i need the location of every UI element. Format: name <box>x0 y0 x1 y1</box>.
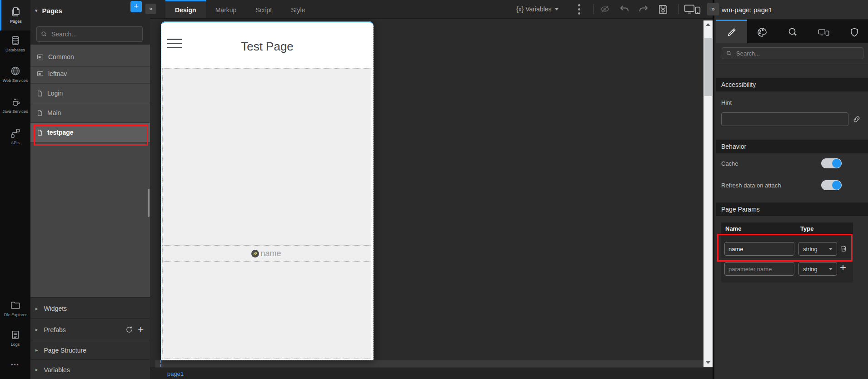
page-item-label: Main <box>47 109 61 116</box>
tab-devices[interactable] <box>808 20 839 43</box>
new-param-name-input[interactable] <box>724 262 794 276</box>
tab-style[interactable]: Style <box>281 0 314 18</box>
canvas-bottom-strip <box>155 360 713 368</box>
rail-item-pages[interactable]: Pages <box>0 0 30 30</box>
caret-right-icon: ▸ <box>35 367 38 373</box>
section-widgets[interactable]: ▸ Widgets <box>30 298 150 319</box>
param-label-widget[interactable]: name <box>162 245 370 262</box>
section-page-params: Page Params <box>716 202 868 216</box>
rail-item-apis[interactable]: APIs <box>0 125 30 148</box>
undo-button[interactable] <box>619 0 630 18</box>
tab-design[interactable]: Design <box>165 0 206 18</box>
add-param-button[interactable]: + <box>840 262 846 273</box>
scroll-down-button[interactable] <box>703 359 713 367</box>
hint-input[interactable] <box>721 112 848 126</box>
bind-property-button[interactable] <box>852 115 861 124</box>
tab-styles[interactable] <box>747 20 778 43</box>
redo-button[interactable] <box>638 0 649 18</box>
top-toolbar: Design Markup Script Style {x} Variables <box>150 0 713 19</box>
device-preview-icon <box>683 3 702 15</box>
page-content-area[interactable]: name <box>162 68 371 359</box>
page-item-login[interactable]: Login <box>30 84 150 103</box>
selection-outline-fragment <box>160 360 162 367</box>
page-icon <box>36 90 43 97</box>
param-name-input[interactable] <box>724 242 794 256</box>
chevron-down-icon <box>555 8 559 10</box>
save-button[interactable] <box>657 0 669 18</box>
page-icon <box>36 109 43 117</box>
rail-item-label: Pages <box>10 19 22 24</box>
java-icon <box>10 96 21 107</box>
trash-icon <box>840 244 848 253</box>
shield-icon <box>849 27 859 37</box>
cache-label: Cache <box>721 160 738 167</box>
rail-item-java-services[interactable]: Java Services <box>0 91 30 119</box>
partial-page-icon <box>36 53 44 61</box>
rail-item-databases[interactable]: Databases <box>0 34 30 54</box>
device-preview-button[interactable] <box>683 0 702 18</box>
caret-right-icon: ▸ <box>35 347 38 353</box>
tab-inspect[interactable] <box>778 20 808 43</box>
refresh-data-label: Refresh data on attach <box>721 182 781 189</box>
variables-dropdown[interactable]: {x} Variables <box>516 0 559 18</box>
wavemaker-studio: Pages Databases Web Services Java Servic… <box>0 0 868 379</box>
refresh-data-toggle[interactable] <box>821 180 842 190</box>
tab-script[interactable]: Script <box>246 0 281 18</box>
expand-panel-button[interactable]: » <box>707 3 719 15</box>
section-prefabs[interactable]: ▸ Prefabs + <box>30 318 150 340</box>
save-icon <box>657 3 669 15</box>
page-preview-title[interactable]: Test Page <box>161 40 374 54</box>
canvas-scrollbar[interactable] <box>703 20 713 367</box>
database-icon <box>10 35 21 46</box>
redo-icon <box>638 4 649 15</box>
param-type-select[interactable]: string <box>798 242 837 256</box>
scroll-up-button[interactable] <box>703 20 713 29</box>
page-preview[interactable]: Test Page name <box>161 21 374 360</box>
pages-icon <box>10 6 21 17</box>
section-variables[interactable]: ▸ Variables <box>30 359 150 379</box>
kebab-menu-button[interactable] <box>578 0 580 18</box>
rail-item-web-services[interactable]: Web Services <box>0 60 30 88</box>
mode-tabs: Design Markup Script Style <box>165 0 314 18</box>
globe-icon <box>10 66 21 76</box>
delete-param-button[interactable] <box>840 244 848 253</box>
properties-panel: wm-page: page1 Accessib <box>713 0 868 379</box>
new-param-type-select[interactable]: string <box>798 262 837 276</box>
devices-icon <box>818 27 830 38</box>
page-item-main[interactable]: Main <box>30 103 150 123</box>
page-item-leftnav[interactable]: leftnav <box>30 64 150 84</box>
tab-markup[interactable]: Markup <box>206 0 246 18</box>
search-icon <box>726 51 732 56</box>
tab-properties[interactable] <box>716 20 747 43</box>
pages-panel: ▾ Pages + « Common leftnav Login <box>30 0 150 379</box>
rail-item-label: Logs <box>11 342 20 347</box>
tab-security[interactable] <box>839 20 868 43</box>
toggle-knob <box>832 181 841 190</box>
rail-item-logs[interactable]: Logs <box>0 326 30 350</box>
collapse-panel-button[interactable]: « <box>145 4 156 14</box>
refresh-icon[interactable] <box>125 326 133 334</box>
preview-off-button[interactable] <box>598 0 612 18</box>
panel-scrollbar-thumb[interactable] <box>148 189 150 217</box>
rail-item-label: Databases <box>5 48 25 52</box>
pages-search <box>36 26 143 42</box>
add-page-button[interactable]: + <box>130 1 142 12</box>
cache-toggle[interactable] <box>821 158 842 168</box>
section-page-structure[interactable]: ▸ Page Structure <box>30 340 150 360</box>
add-prefab-button[interactable]: + <box>138 324 144 336</box>
toolbar-divider <box>593 4 594 14</box>
rail-item-label: File Explorer <box>4 313 27 317</box>
canvas-scrollbar-thumb[interactable] <box>704 38 712 96</box>
open-page-tab[interactable]: page1 <box>167 368 184 379</box>
chevron-down-icon <box>829 268 833 270</box>
more-options-button[interactable]: ••• <box>0 362 30 368</box>
properties-search <box>722 47 863 59</box>
section-behavior: Behavior <box>716 140 868 153</box>
page-item-testpage[interactable]: testpage <box>30 123 150 142</box>
pages-search-input[interactable] <box>50 30 130 38</box>
properties-search-input[interactable] <box>735 50 851 57</box>
rail-item-file-explorer[interactable]: File Explorer <box>0 294 30 323</box>
rail-item-label: APIs <box>11 141 20 145</box>
page-item-label: Login <box>47 90 63 97</box>
page-item-label: Common <box>48 53 74 61</box>
